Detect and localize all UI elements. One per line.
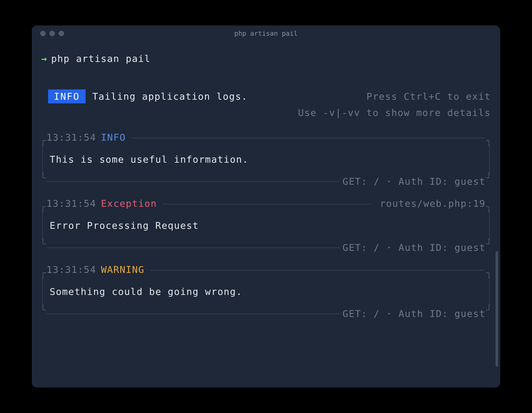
divider-line <box>163 204 371 204</box>
log-timestamp: 13:31:54 <box>46 263 96 277</box>
title-bar: php artisan pail <box>32 25 500 41</box>
log-request-info: GET: / · Auth ID: guest <box>343 241 486 255</box>
log-entry-header: 13:31:54 INFO <box>41 130 491 145</box>
divider-line <box>150 270 484 271</box>
divider-line <box>46 181 340 182</box>
scrollbar[interactable] <box>496 251 498 367</box>
log-request-info: GET: / · Auth ID: guest <box>343 307 486 321</box>
prompt-command: php artisan pail <box>51 52 151 66</box>
log-entry: 13:31:54 WARNING Something could be goin… <box>41 263 491 321</box>
log-entry-header: 13:31:54 WARNING <box>41 263 491 277</box>
log-level: WARNING <box>101 263 144 277</box>
log-message: This is some useful information. <box>42 145 490 174</box>
minimize-control[interactable] <box>49 31 55 36</box>
log-entry-footer: GET: / · Auth ID: guest <box>41 174 491 189</box>
exit-hint: Press Ctrl+C to exit <box>367 89 491 104</box>
log-level: INFO <box>101 130 126 145</box>
divider-line <box>132 138 484 138</box>
log-source-location: routes/web.php:19 <box>380 197 486 211</box>
log-timestamp: 13:31:54 <box>46 197 96 211</box>
window-controls <box>40 31 64 36</box>
info-header-row: INFO Tailing application logs. Press Ctr… <box>41 89 491 104</box>
log-entry-header: 13:31:54 Exception routes/web.php:19 <box>41 197 491 211</box>
log-entry-footer: GET: / · Auth ID: guest <box>41 241 491 255</box>
info-badge: INFO <box>48 89 86 103</box>
info-message: Tailing application logs. <box>92 91 248 102</box>
prompt-line: → php artisan pail <box>41 52 491 66</box>
log-message: Error Processing Request <box>42 211 490 241</box>
log-level: Exception <box>101 197 157 211</box>
terminal-window: php artisan pail → php artisan pail INFO… <box>32 25 500 388</box>
prompt-arrow-icon: → <box>41 52 47 66</box>
maximize-control[interactable] <box>59 31 64 36</box>
info-header-left: INFO Tailing application logs. <box>48 89 248 104</box>
divider-line <box>46 247 340 248</box>
terminal-body[interactable]: → php artisan pail INFO Tailing applicat… <box>32 41 500 388</box>
log-entry-footer: GET: / · Auth ID: guest <box>41 307 491 321</box>
close-control[interactable] <box>40 31 46 36</box>
log-entry: 13:31:54 INFO This is some useful inform… <box>41 130 491 189</box>
window-title: php artisan pail <box>40 30 492 37</box>
log-entry: 13:31:54 Exception routes/web.php:19 Err… <box>41 197 491 255</box>
verbose-hint: Use -v|-vv to show more details <box>41 106 491 120</box>
log-request-info: GET: / · Auth ID: guest <box>343 174 486 189</box>
divider-line <box>46 314 340 314</box>
log-timestamp: 13:31:54 <box>46 130 96 145</box>
log-message: Something could be going wrong. <box>42 277 490 307</box>
